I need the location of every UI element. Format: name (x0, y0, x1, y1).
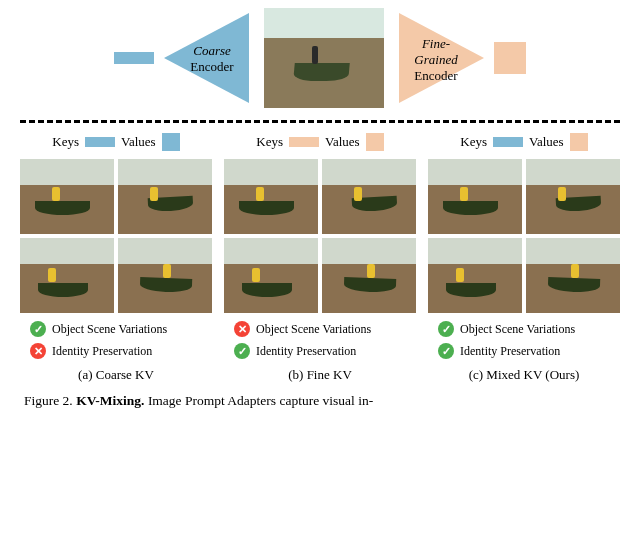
values-label: Values (529, 134, 564, 150)
badge-variation: ✕ Object Scene Variations (234, 321, 371, 337)
badge-identity: ✓ Identity Preservation (234, 343, 356, 359)
keys-swatch-blue (493, 137, 523, 147)
badge-text: Object Scene Variations (460, 322, 575, 337)
keys-swatch-orange (289, 137, 319, 147)
sub-caption-a: (a) Coarse KV (20, 367, 212, 383)
figure-number: Figure 2. (24, 393, 76, 408)
encoder-diagram: Coarse Encoder Fine- Grained Encoder (20, 8, 620, 108)
result-image (118, 238, 212, 313)
result-image (428, 238, 522, 313)
result-image (322, 238, 416, 313)
values-label: Values (121, 134, 156, 150)
fine-label-line3: Encoder (414, 68, 457, 83)
column-coarse: Keys Values ✓ Object Scene Variations ✕ … (20, 133, 212, 383)
figure-2: Coarse Encoder Fine- Grained Encoder (0, 0, 640, 417)
badge-variation: ✓ Object Scene Variations (438, 321, 575, 337)
values-swatch-blue (162, 133, 180, 151)
coarse-encoder-shape: Coarse Encoder (164, 13, 249, 103)
coarse-token-icon (114, 52, 154, 64)
column-mixed: Keys Values ✓ Object Scene Variations ✓ … (428, 133, 620, 383)
badge-text: Identity Preservation (52, 344, 152, 359)
keys-label: Keys (256, 134, 283, 150)
result-image (224, 159, 318, 234)
coarse-encoder-group: Coarse Encoder (114, 13, 249, 103)
sub-caption-c: (c) Mixed KV (Ours) (428, 367, 620, 383)
fine-token-icon (494, 42, 526, 74)
result-image (20, 238, 114, 313)
badges-fine: ✕ Object Scene Variations ✓ Identity Pre… (224, 321, 416, 359)
values-swatch-orange (570, 133, 588, 151)
result-image (428, 159, 522, 234)
badges-mixed: ✓ Object Scene Variations ✓ Identity Pre… (428, 321, 620, 359)
result-image (526, 238, 620, 313)
kv-header-mixed: Keys Values (428, 133, 620, 151)
cross-icon: ✕ (234, 321, 250, 337)
result-image (118, 159, 212, 234)
badge-text: Object Scene Variations (256, 322, 371, 337)
sub-caption-b: (b) Fine KV (224, 367, 416, 383)
fine-label-line2: Grained (414, 52, 457, 67)
badge-identity: ✕ Identity Preservation (30, 343, 152, 359)
badges-coarse: ✓ Object Scene Variations ✕ Identity Pre… (20, 321, 212, 359)
keys-label: Keys (460, 134, 487, 150)
check-icon: ✓ (438, 343, 454, 359)
figure-caption: Figure 2. KV-Mixing. Image Prompt Adapte… (20, 393, 620, 409)
values-label: Values (325, 134, 360, 150)
section-divider (20, 120, 620, 123)
fine-encoder-label: Fine- Grained Encoder (406, 36, 466, 84)
result-grid-fine (224, 159, 416, 313)
result-image (20, 159, 114, 234)
badge-text: Object Scene Variations (52, 322, 167, 337)
result-columns: Keys Values ✓ Object Scene Variations ✕ … (20, 133, 620, 383)
kv-header-fine: Keys Values (224, 133, 416, 151)
values-swatch-orange (366, 133, 384, 151)
coarse-label-line1: Coarse (193, 43, 231, 58)
result-image (322, 159, 416, 234)
keys-swatch-blue (85, 137, 115, 147)
coarse-encoder-label: Coarse Encoder (182, 43, 242, 75)
cross-icon: ✕ (30, 343, 46, 359)
kv-header-coarse: Keys Values (20, 133, 212, 151)
coarse-label-line2: Encoder (190, 59, 233, 74)
badge-text: Identity Preservation (460, 344, 560, 359)
input-image (264, 8, 384, 108)
result-grid-mixed (428, 159, 620, 313)
fine-encoder-group: Fine- Grained Encoder (399, 13, 526, 103)
check-icon: ✓ (234, 343, 250, 359)
badge-identity: ✓ Identity Preservation (438, 343, 560, 359)
keys-label: Keys (52, 134, 79, 150)
check-icon: ✓ (30, 321, 46, 337)
column-fine: Keys Values ✕ Object Scene Variations ✓ … (224, 133, 416, 383)
caption-body: Image Prompt Adapters capture visual in- (148, 393, 373, 408)
badge-text: Identity Preservation (256, 344, 356, 359)
badge-variation: ✓ Object Scene Variations (30, 321, 167, 337)
result-image (224, 238, 318, 313)
check-icon: ✓ (438, 321, 454, 337)
result-image (526, 159, 620, 234)
caption-title: KV-Mixing. (76, 393, 148, 408)
fine-label-line1: Fine- (422, 36, 450, 51)
result-grid-coarse (20, 159, 212, 313)
fine-encoder-shape: Fine- Grained Encoder (399, 13, 484, 103)
